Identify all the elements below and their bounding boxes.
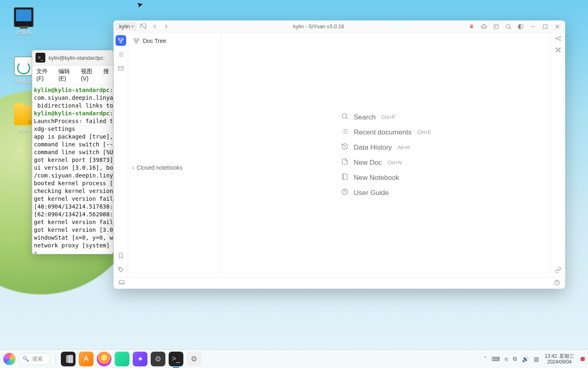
- taskbar-clock[interactable]: 13:42 星期三 2024/09/04: [545, 353, 574, 365]
- svg-point-20: [342, 114, 347, 118]
- window-mode-icon[interactable]: [491, 21, 501, 32]
- action-label: Search: [354, 113, 376, 121]
- window-maximize-button[interactable]: [540, 21, 550, 32]
- taskbar-app-terminal[interactable]: >_: [169, 352, 183, 366]
- start-actions: Search Ctrl+P Recent documents Ctrl+E Da…: [341, 112, 431, 197]
- closed-notebooks-row[interactable]: › Closed notebooks: [132, 164, 217, 171]
- action-recent[interactable]: Recent documents Ctrl+E: [341, 128, 431, 137]
- dock-layout-icon[interactable]: [118, 279, 126, 287]
- rail-outline-icon[interactable]: [116, 49, 126, 60]
- menu-view[interactable]: 视图(V): [81, 68, 98, 82]
- doctree-title: Doc Tree: [143, 38, 166, 44]
- desktop-icon-computer[interactable]: 计算机: [7, 7, 40, 36]
- desktop-icon-label: 计算机: [7, 29, 40, 36]
- menu-more[interactable]: 搜: [103, 68, 109, 82]
- workspace-selector[interactable]: kylin ▾: [116, 22, 137, 30]
- siyuan-window[interactable]: kylin ▾ kylin - SiYuan v3.0.16 ♛: [114, 20, 565, 289]
- svg-rect-11: [120, 41, 122, 43]
- doctree-panel[interactable]: Doc Tree › Closed notebooks: [128, 33, 221, 277]
- plugin-icon[interactable]: [479, 21, 489, 32]
- terminal-window[interactable]: >_ kylin@kylin-standardpc: 文件(F) 编辑(E) 视…: [32, 50, 114, 254]
- svg-rect-28: [342, 174, 347, 180]
- tray-usb-icon[interactable]: ⎋: [505, 356, 508, 362]
- terminal-titlebar[interactable]: >_ kylin@kylin-standardpc:: [32, 50, 113, 65]
- action-new-doc[interactable]: New Doc Ctrl+N: [341, 158, 431, 167]
- window-close-button[interactable]: [552, 21, 563, 32]
- clock-weekday: 星期三: [559, 353, 574, 359]
- menu-edit[interactable]: 编辑(E): [58, 68, 75, 82]
- svg-rect-46: [119, 280, 124, 284]
- action-new-notebook[interactable]: New Notebook: [341, 173, 431, 182]
- list-icon: [341, 128, 349, 137]
- action-label: New Doc: [354, 159, 382, 167]
- rail-backlink-icon[interactable]: [555, 267, 561, 275]
- taskbar-app-gear[interactable]: ⚙: [187, 352, 201, 366]
- search-icon: 🔍: [22, 355, 30, 363]
- action-label: User Guide: [354, 189, 389, 197]
- svg-rect-10: [122, 38, 123, 40]
- window-minimize-button[interactable]: [528, 21, 538, 32]
- action-history[interactable]: Data History Alt+H: [341, 143, 431, 152]
- taskbar-app-taskview[interactable]: [61, 352, 76, 366]
- svg-line-3: [510, 28, 511, 29]
- notebook-icon: [341, 173, 349, 182]
- tray-chevron-icon[interactable]: ˄: [484, 356, 487, 362]
- nav-forward-button[interactable]: [161, 22, 171, 31]
- clock-date: 2024/09/04: [547, 359, 572, 365]
- action-user-guide[interactable]: User Guide: [341, 188, 431, 197]
- help-icon[interactable]: [553, 279, 561, 287]
- taskbar-app-green[interactable]: [115, 352, 129, 366]
- tray-notification-icon[interactable]: [581, 357, 585, 361]
- menu-file[interactable]: 文件(F): [36, 68, 53, 82]
- taskbar-search[interactable]: 🔍 搜索: [19, 353, 51, 365]
- sync-off-icon[interactable]: [138, 22, 148, 31]
- right-rail: [550, 33, 565, 277]
- search-icon[interactable]: [503, 21, 514, 32]
- tray-keyboard-icon[interactable]: ⌨: [492, 356, 500, 362]
- taskbar-app-firefox[interactable]: [97, 352, 111, 366]
- svg-line-0: [141, 24, 146, 29]
- tray-network-icon[interactable]: ⧉: [513, 355, 517, 362]
- start-button[interactable]: [3, 353, 16, 365]
- action-label: Data History: [354, 144, 392, 152]
- crown-icon[interactable]: ♛: [466, 21, 477, 32]
- history-icon: [341, 143, 349, 152]
- tray-battery-icon[interactable]: ▥: [534, 356, 539, 362]
- taskbar[interactable]: 🔍 搜索 A ✦ ⚙ >_ ⚙ ˄ ⌨ ⎋ ⧉ 🔊 ▥ 13:42 星期三 20…: [0, 349, 588, 368]
- rail-bookmark-icon[interactable]: [116, 250, 126, 261]
- svg-rect-15: [118, 66, 123, 70]
- siyuan-titlebar[interactable]: kylin ▾ kylin - SiYuan v3.0.16 ♛: [114, 20, 565, 33]
- svg-rect-19: [136, 42, 137, 43]
- editor-area[interactable]: Search Ctrl+P Recent documents Ctrl+E Da…: [221, 33, 550, 277]
- file-icon: [341, 158, 349, 167]
- closed-notebooks-label: Closed notebooks: [137, 164, 183, 171]
- chevron-right-icon: ›: [132, 164, 134, 171]
- svg-rect-1: [494, 24, 499, 29]
- svg-rect-9: [118, 38, 120, 40]
- rail-doctree-icon[interactable]: [116, 35, 126, 46]
- action-label: Recent documents: [354, 128, 412, 137]
- rail-inbox-icon[interactable]: [116, 63, 126, 74]
- nav-back-button[interactable]: [150, 22, 160, 31]
- rail-globalgraph-icon[interactable]: [555, 47, 561, 55]
- window-title: kylin - SiYuan v3.0.16: [173, 23, 465, 29]
- tray-volume-icon[interactable]: 🔊: [522, 356, 529, 362]
- svg-line-45: [557, 50, 558, 51]
- svg-point-16: [119, 268, 120, 269]
- taskbar-app-settings[interactable]: ⚙: [151, 352, 165, 366]
- appearance-icon[interactable]: [515, 21, 526, 32]
- action-shortcut: Ctrl+E: [417, 130, 431, 135]
- taskbar-app-purple[interactable]: ✦: [133, 352, 147, 366]
- system-tray[interactable]: ˄ ⌨ ⎋ ⧉ 🔊 ▥: [484, 355, 539, 362]
- svg-line-44: [559, 49, 559, 49]
- rail-tag-icon[interactable]: [116, 264, 126, 275]
- chevron-down-icon: ▾: [131, 24, 134, 29]
- svg-line-36: [557, 39, 559, 40]
- svg-point-2: [506, 24, 510, 28]
- terminal-body[interactable]: kylin@kylin-standardpc:~/$com.siyuan.dee…: [32, 85, 113, 254]
- rail-graph-icon[interactable]: [555, 35, 561, 43]
- action-search[interactable]: Search Ctrl+P: [341, 112, 431, 122]
- taskbar-app-store[interactable]: A: [79, 352, 94, 366]
- terminal-menubar[interactable]: 文件(F) 编辑(E) 视图(V) 搜: [32, 65, 113, 85]
- search-placeholder: 搜索: [32, 355, 43, 363]
